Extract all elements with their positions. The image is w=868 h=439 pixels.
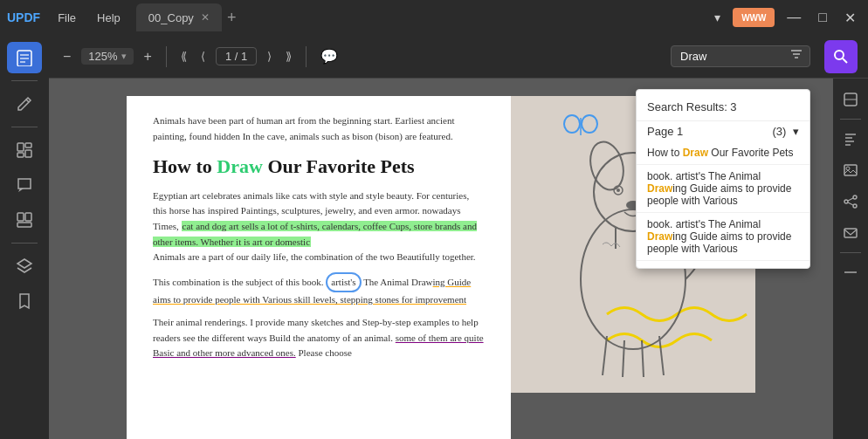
sidebar-divider-3 [11, 243, 38, 244]
menu-help[interactable]: Help [88, 8, 129, 28]
brand-badge: WWW [733, 8, 775, 27]
tab-bar: 00_Copy ✕ + [133, 3, 706, 31]
search-result-item-3[interactable]: book. artist's The Animal Drawing Guide … [637, 213, 809, 261]
svg-rect-11 [17, 223, 31, 227]
zoom-chevron-icon[interactable]: ▾ [121, 51, 127, 62]
svg-rect-5 [25, 143, 31, 147]
search-toggle-button[interactable] [824, 40, 858, 73]
sidebar-icon-bookmark[interactable] [7, 285, 42, 317]
right-divider-1 [840, 119, 861, 120]
pdf-para3: Their animal renderings. I provide many … [153, 315, 485, 361]
heading-post: Our Favorite Pets [263, 155, 415, 177]
search-filter-button[interactable] [786, 45, 807, 69]
page-value: 1 / 1 [225, 50, 247, 63]
updf-logo: UPDF [7, 10, 40, 24]
tab-add-button[interactable]: + [227, 9, 237, 27]
sidebar-icon-comment[interactable] [7, 169, 42, 201]
sidebar-icon-thumbnail[interactable] [7, 204, 42, 236]
svg-rect-7 [17, 153, 24, 157]
page-label: Page 1 [647, 125, 683, 138]
search-results-panel: Search Results: 3 Page 1 (3) ▾ How to Dr… [636, 89, 810, 269]
chevron-icon[interactable]: ▾ [709, 10, 726, 24]
svg-rect-4 [17, 143, 24, 151]
para1-highlight: cat and dog art sells a lot of t-shirts,… [153, 221, 477, 247]
close-button[interactable]: ✕ [839, 10, 861, 26]
svg-rect-31 [844, 165, 857, 175]
right-icon-mail[interactable] [835, 219, 866, 247]
circle-annotation: artist's [326, 272, 361, 293]
search-result-item-2[interactable]: book. artist's The Animal Drawing Guide … [637, 165, 809, 213]
right-divider-2 [840, 252, 861, 253]
sidebar-divider-2 [11, 127, 38, 127]
svg-line-26 [623, 340, 624, 377]
result-2-pre: book. artist's The Animal [647, 170, 761, 182]
pdf-para1: Egyptian art celebrates animals like cat… [153, 189, 485, 265]
toolbar: − 125% ▾ + ⟪ ⟨ 1 / 1 ⟩ ⟫ 💬 [49, 35, 868, 79]
pdf-heading: How to Draw Our Favorite Pets [153, 154, 485, 180]
right-icon-share[interactable] [835, 188, 866, 216]
svg-point-34 [844, 200, 848, 203]
svg-rect-9 [17, 213, 24, 221]
svg-rect-10 [25, 213, 31, 221]
heading-pre: How to [153, 155, 217, 177]
result-1-post: Our Favorite Pets [708, 147, 793, 159]
tab-main[interactable]: 00_Copy ✕ [136, 3, 222, 31]
minimize-button[interactable]: — [782, 10, 806, 26]
result-1-highlight: Draw [683, 147, 708, 159]
pdf-intro-text: Animals have been part of human art from… [153, 113, 485, 144]
menu-file[interactable]: File [49, 8, 85, 28]
search-container: Search Results: 3 Page 1 (3) ▾ How to Dr… [671, 45, 810, 67]
expand-icon[interactable]: ▾ [793, 125, 799, 138]
search-results-header: Search Results: 3 [637, 97, 809, 120]
right-icon-text[interactable] [835, 125, 866, 153]
heading-draw-highlight: Draw [217, 155, 263, 177]
toolbar-separator-1 [166, 46, 167, 67]
page-display: 1 / 1 [216, 47, 257, 65]
svg-point-12 [835, 51, 844, 59]
main-content: − 125% ▾ + ⟪ ⟨ 1 / 1 ⟩ ⟫ 💬 [49, 35, 868, 439]
zoom-value: 125% [88, 50, 117, 63]
sidebar-icon-view[interactable] [7, 42, 42, 73]
svg-line-27 [642, 340, 644, 377]
titlebar: UPDF File Help 00_Copy ✕ + ▾ WWW — □ ✕ [0, 0, 868, 35]
tab-title: 00_Copy [148, 11, 194, 24]
zoom-display: 125% ▾ [81, 48, 133, 65]
sidebar-icon-edit[interactable] [7, 88, 42, 120]
svg-point-33 [853, 195, 857, 199]
toolbar-separator-2 [306, 46, 307, 67]
comment-icon[interactable]: 💬 [317, 45, 341, 68]
search-results-page-header: Page 1 (3) ▾ [637, 120, 809, 141]
svg-rect-38 [844, 229, 857, 237]
result-1-pre: How to [647, 147, 683, 159]
svg-line-25 [603, 336, 607, 375]
svg-rect-6 [25, 150, 31, 157]
right-icon-minus[interactable] [835, 258, 866, 286]
svg-line-13 [843, 58, 847, 63]
right-icon-image[interactable] [835, 156, 866, 184]
window-controls: — □ ✕ [782, 10, 861, 26]
zoom-in-button[interactable]: + [141, 45, 155, 68]
svg-line-36 [848, 198, 853, 201]
svg-point-35 [853, 204, 857, 208]
nav-last-button[interactable]: ⟫ [282, 46, 295, 66]
result-2-highlight: Draw [647, 182, 672, 195]
maximize-button[interactable]: □ [813, 10, 832, 26]
page-content-box: Animals have been part of human art from… [127, 96, 511, 439]
nav-next-button[interactable]: ⟩ [264, 46, 275, 66]
right-sidebar [833, 79, 868, 439]
search-result-item-1[interactable]: How to Draw Our Favorite Pets [637, 141, 809, 165]
right-icon-scan[interactable] [835, 86, 866, 113]
nav-first-button[interactable]: ⟪ [177, 46, 190, 66]
pdf-para2: This combination is the subject of this … [153, 272, 485, 308]
zoom-out-button[interactable]: − [59, 45, 74, 68]
result-3-highlight: Draw [647, 230, 672, 243]
svg-line-28 [659, 336, 664, 375]
tab-close-button[interactable]: ✕ [201, 11, 210, 24]
sidebar-icon-layers[interactable] [7, 250, 42, 282]
result-3-pre: book. artist's The Animal [647, 218, 761, 230]
nav-prev-button[interactable]: ⟨ [197, 46, 209, 66]
sidebar-icon-organize[interactable] [7, 134, 42, 166]
left-sidebar [0, 35, 49, 439]
app-body: − 125% ▾ + ⟪ ⟨ 1 / 1 ⟩ ⟫ 💬 [0, 35, 868, 439]
page-results-count: (3) ▾ [772, 125, 799, 138]
